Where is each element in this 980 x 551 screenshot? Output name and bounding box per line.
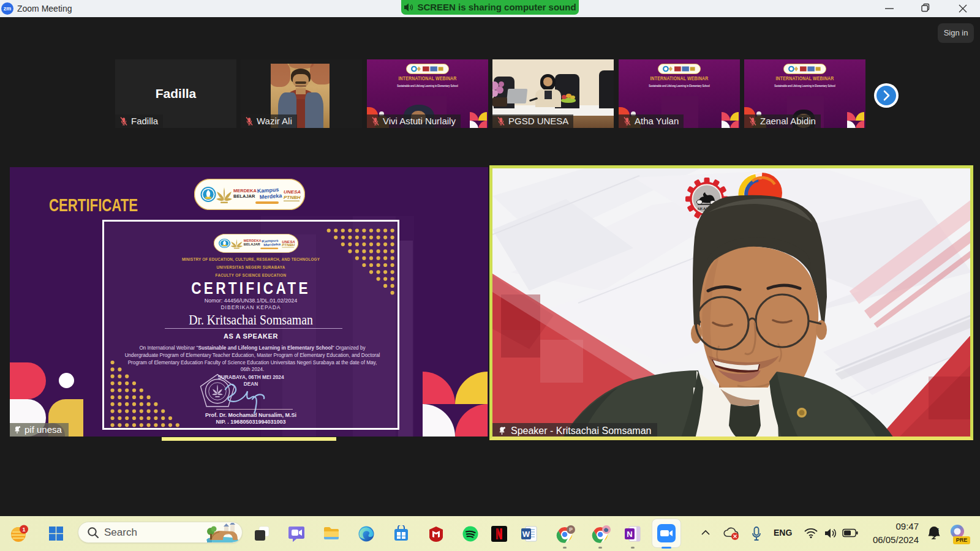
svg-text:z: z bbox=[937, 527, 939, 532]
svg-text:UNESA: UNESA bbox=[282, 240, 295, 243]
svg-text:1: 1 bbox=[22, 527, 25, 533]
svg-text:N: N bbox=[627, 530, 632, 539]
svg-text:BELAJAR: BELAJAR bbox=[233, 193, 255, 199]
svg-text:BELAJAR: BELAJAR bbox=[244, 242, 260, 246]
svg-text:P: P bbox=[569, 527, 573, 533]
svg-text:PTNBH: PTNBH bbox=[284, 195, 301, 200]
svg-text:MERDEKA: MERDEKA bbox=[244, 239, 262, 242]
svg-text:PTNBH: PTNBH bbox=[282, 244, 295, 247]
svg-text:UNESA: UNESA bbox=[284, 189, 301, 195]
svg-text:MERDEKA: MERDEKA bbox=[233, 188, 257, 193]
svg-text:W: W bbox=[522, 530, 530, 539]
